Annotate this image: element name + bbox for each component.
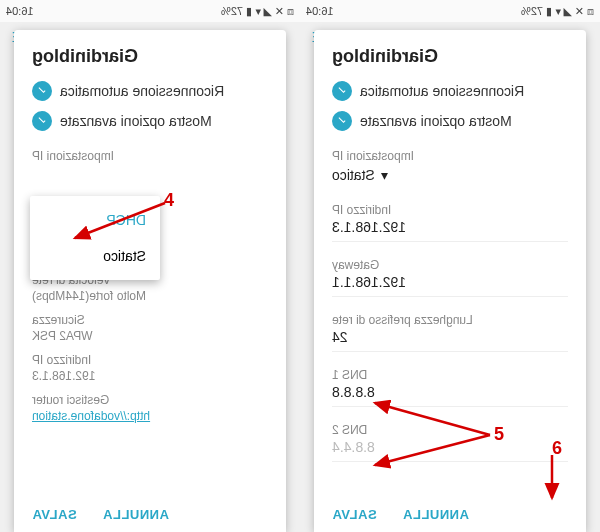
dns2-label: DNS 2 <box>332 423 568 437</box>
signal-icon: ◢ <box>564 5 572 18</box>
dropdown-static[interactable]: Statico <box>30 238 160 274</box>
vibrate-icon: ✕ <box>275 5 284 18</box>
gateway-input[interactable]: 192.168.1.1 <box>332 274 568 290</box>
status-time: 16:04 <box>306 5 334 17</box>
battery-icon: ▮ <box>546 5 552 18</box>
chevron-down-icon: ▾ <box>381 167 388 183</box>
annotation-6: 6 <box>552 438 562 459</box>
dropdown-dhcp[interactable]: DHCP <box>30 202 160 238</box>
save-button[interactable]: SALVA <box>32 507 77 522</box>
annotation-4: 4 <box>164 190 174 211</box>
cancel-button[interactable]: ANNULLA <box>103 507 169 522</box>
bt-icon: ⧈ <box>587 5 594 18</box>
dns1-label: DNS 1 <box>332 368 568 382</box>
ip-input[interactable]: 192.168.1.3 <box>332 219 568 235</box>
ip-settings-dropdown: DHCP Statico <box>30 196 160 280</box>
dns2-input[interactable]: 8.8.4.4 <box>332 439 568 455</box>
ip-settings-label: Impostazioni IP <box>332 149 568 163</box>
router-label: Gestisci router <box>32 393 268 407</box>
check-icon <box>332 111 352 131</box>
wifi-icon: ▾ <box>555 5 561 18</box>
annotation-5: 5 <box>494 424 504 445</box>
ip-value: 192.168.1.3 <box>32 369 268 383</box>
auto-reconnect-row[interactable]: Riconnessione automatica <box>32 81 268 101</box>
battery-pct: 72% <box>221 5 243 17</box>
status-bar: 16:04 72% ▮ ▾ ◢ ✕ ⧈ <box>0 0 300 22</box>
vibrate-icon: ✕ <box>575 5 584 18</box>
bt-icon: ⧈ <box>287 5 294 18</box>
ip-settings-label: Impostazioni IP <box>32 149 268 163</box>
dialog-title: Giardiniblog <box>332 46 568 67</box>
phone-left: 16:04 72% ▮ ▾ ◢ ✕ ⧈ TE Giardiniblog Rico… <box>0 0 300 532</box>
security-value: WPA2 PSK <box>32 329 268 343</box>
wifi-icon: ▾ <box>255 5 261 18</box>
gateway-label: Gateway <box>332 258 568 272</box>
auto-reconnect-row[interactable]: Riconnessione automatica <box>332 81 568 101</box>
show-advanced-row[interactable]: Mostra opzioni avanzate <box>32 111 268 131</box>
signal-icon: ◢ <box>264 5 272 18</box>
ip-label: Indirizzo IP <box>332 203 568 217</box>
wifi-dialog: Giardiniblog Riconnessione automatica Mo… <box>314 30 586 532</box>
battery-icon: ▮ <box>246 5 252 18</box>
show-advanced-row[interactable]: Mostra opzioni avanzate <box>332 111 568 131</box>
check-icon <box>32 111 52 131</box>
ip-label: Indirizzo IP <box>32 353 268 367</box>
netspeed-value: Molto forte(144Mbps) <box>32 289 268 303</box>
router-link[interactable]: http://vodafone.station <box>32 409 268 423</box>
prefix-label: Lunghezza prefisso di rete <box>332 313 568 327</box>
check-icon <box>332 81 352 101</box>
phone-right: 16:04 72% ▮ ▾ ◢ ✕ ⧈ TE Giardiniblog Rico… <box>300 0 600 532</box>
prefix-input[interactable]: 24 <box>332 329 568 345</box>
save-button[interactable]: SALVA <box>332 507 377 522</box>
wifi-dialog: Giardiniblog Riconnessione automatica Mo… <box>14 30 286 532</box>
check-icon <box>32 81 52 101</box>
status-time: 16:04 <box>6 5 34 17</box>
battery-pct: 72% <box>521 5 543 17</box>
security-label: Sicurezza <box>32 313 268 327</box>
status-bar: 16:04 72% ▮ ▾ ◢ ✕ ⧈ <box>300 0 600 22</box>
cancel-button[interactable]: ANNULLA <box>403 507 469 522</box>
ip-settings-spinner[interactable]: Statico ▾ <box>332 167 568 183</box>
dns1-input[interactable]: 8.8.8.8 <box>332 384 568 400</box>
dialog-title: Giardiniblog <box>32 46 268 67</box>
